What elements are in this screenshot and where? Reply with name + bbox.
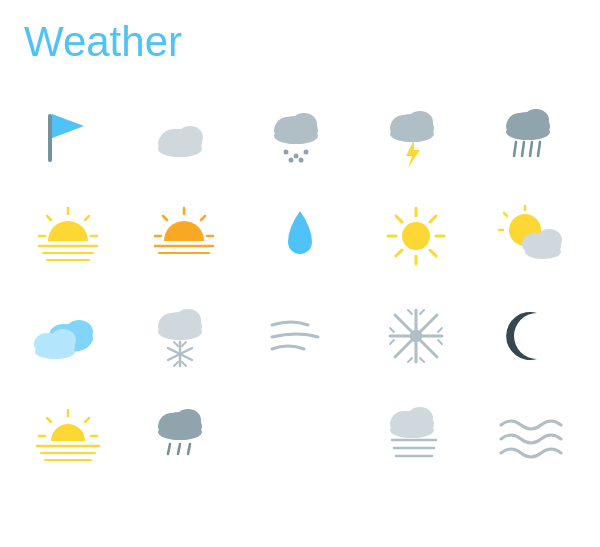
fog-cloud-icon (358, 386, 474, 486)
svg-point-12 (304, 150, 309, 155)
svg-line-85 (420, 358, 424, 362)
svg-line-92 (85, 418, 89, 422)
snowflake-icon (358, 286, 474, 386)
svg-line-74 (174, 342, 178, 346)
svg-point-109 (390, 422, 434, 438)
svg-line-75 (182, 342, 186, 346)
svg-point-102 (158, 424, 202, 440)
svg-line-86 (390, 328, 394, 332)
svg-line-25 (522, 142, 524, 156)
cloud-snowflake-icon (126, 286, 242, 386)
svg-line-37 (201, 216, 205, 220)
svg-marker-1 (52, 114, 84, 138)
svg-point-14 (299, 158, 304, 163)
svg-line-83 (420, 310, 424, 314)
svg-line-88 (438, 328, 442, 332)
svg-line-48 (396, 216, 402, 222)
svg-line-39 (163, 216, 167, 220)
svg-line-77 (182, 362, 186, 366)
wind-icon (242, 286, 358, 386)
svg-point-9 (274, 128, 318, 144)
svg-line-26 (530, 142, 532, 156)
cloud-snow-icon (242, 86, 358, 186)
cloud-lightning-icon (358, 86, 474, 186)
svg-line-89 (438, 340, 442, 344)
svg-line-54 (504, 213, 507, 216)
svg-line-94 (47, 418, 51, 422)
svg-line-104 (178, 444, 180, 454)
sunny-icon (358, 186, 474, 286)
svg-point-70 (158, 324, 202, 340)
svg-point-10 (284, 150, 289, 155)
svg-line-84 (408, 358, 412, 362)
svg-line-87 (390, 340, 394, 344)
moon-blue-icon (242, 386, 358, 486)
svg-point-13 (289, 158, 294, 163)
moon-icon (474, 286, 590, 386)
svg-line-105 (188, 444, 190, 454)
svg-line-76 (174, 362, 178, 366)
page-title: Weather (0, 0, 600, 76)
svg-point-66 (35, 345, 75, 359)
cloud-rain-heavy-icon (474, 86, 590, 186)
cloud-icon (126, 86, 242, 186)
sunset-icon (126, 186, 242, 286)
icon-grid (0, 76, 600, 496)
svg-marker-19 (406, 140, 420, 168)
svg-line-24 (514, 142, 516, 156)
svg-point-43 (402, 222, 430, 250)
cloud-rain-light-icon (126, 386, 242, 486)
svg-point-23 (506, 124, 550, 140)
sunrise-flat-icon (10, 386, 126, 486)
svg-line-31 (47, 216, 51, 220)
svg-point-5 (158, 141, 202, 157)
partly-cloudy-icon (474, 186, 590, 286)
svg-rect-0 (48, 114, 52, 162)
svg-line-51 (396, 250, 402, 256)
svg-line-82 (408, 310, 412, 314)
svg-line-50 (430, 216, 436, 222)
svg-line-27 (538, 142, 540, 156)
svg-line-49 (430, 250, 436, 256)
waves-icon (474, 386, 590, 486)
svg-point-11 (294, 154, 299, 159)
svg-point-18 (390, 126, 434, 142)
sunrise-icon (10, 186, 126, 286)
wind-flag-icon (10, 86, 126, 186)
cloudy-blue-icon (10, 286, 126, 386)
svg-line-103 (168, 444, 170, 454)
svg-line-29 (85, 216, 89, 220)
svg-point-59 (525, 245, 561, 259)
raindrop-icon (242, 186, 358, 286)
